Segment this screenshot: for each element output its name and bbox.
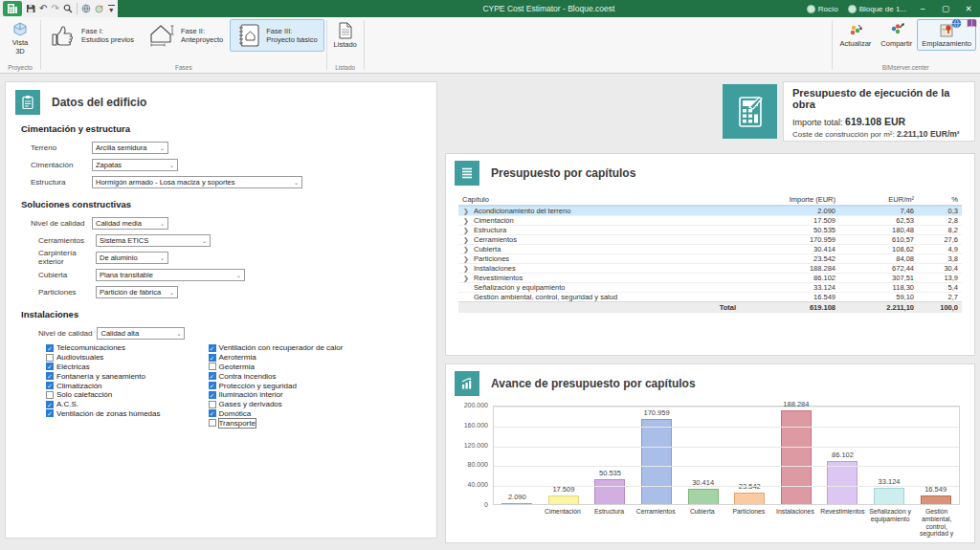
- save-icon[interactable]: [26, 4, 35, 13]
- cimentacion-select[interactable]: Zapatas⌄: [92, 159, 178, 171]
- checkbox-domotica[interactable]: ✓Domótica: [209, 409, 344, 419]
- expand-chevron-icon[interactable]: ❯: [462, 227, 470, 234]
- checkbox-a-c-s[interactable]: ✓A.C.S.: [46, 400, 161, 409]
- chevron-down-icon: ⌄: [156, 220, 165, 227]
- expand-chevron-icon[interactable]: ❯: [462, 275, 470, 282]
- checked-checkbox-icon[interactable]: ✓: [209, 391, 216, 399]
- checked-checkbox-icon[interactable]: ✓: [209, 372, 216, 380]
- close-button[interactable]: ✕: [957, 0, 980, 17]
- checked-checkbox-icon[interactable]: ✓: [46, 344, 54, 352]
- checked-checkbox-icon[interactable]: ✓: [209, 382, 216, 389]
- listado-button[interactable]: Listado: [329, 19, 362, 52]
- table-row[interactable]: ❯Cubierta30.414108,624,9: [458, 244, 962, 253]
- user-chip[interactable]: Rocío: [802, 5, 843, 13]
- unchecked-checkbox-icon[interactable]: [46, 354, 54, 362]
- fase-2-button[interactable]: Fase II:Anteproyecto: [141, 19, 230, 52]
- cerramientos-select[interactable]: Sistema ETICS⌄: [96, 234, 211, 247]
- expand-chevron-icon[interactable]: ❯: [462, 265, 470, 273]
- chevron-down-icon: ⌄: [198, 237, 207, 244]
- nivel-de-calidad-select[interactable]: Calidad media⌄: [92, 217, 168, 230]
- table-row[interactable]: ❯Cerramientos170.959610,5727,6: [458, 234, 962, 244]
- checkbox-contra-incendios[interactable]: ✓Contra incendios: [209, 371, 344, 381]
- unchecked-checkbox-icon[interactable]: [46, 391, 54, 399]
- checked-checkbox-icon[interactable]: ✓: [209, 344, 216, 352]
- transporte-label: Transporte: [219, 419, 256, 428]
- project-chip[interactable]: Bloque de 1...: [843, 5, 911, 13]
- estructura-select[interactable]: Hormigón armado - Losa maciza y soportes…: [92, 176, 302, 188]
- checked-checkbox-icon[interactable]: ✓: [209, 409, 216, 417]
- unchecked-checkbox-icon[interactable]: [209, 363, 216, 370]
- checkbox-fontaneria-y-saneamiento[interactable]: ✓Fontanería y saneamiento: [46, 371, 161, 381]
- checkbox-ventilacion-de-zonas-humedas[interactable]: ✓Ventilación de zonas húmedas: [46, 409, 161, 419]
- table-header-row: CapítuloImporte (EUR)EUR/m²%: [458, 193, 962, 206]
- checked-checkbox-icon[interactable]: ✓: [46, 363, 54, 370]
- maximize-button[interactable]: ▢: [934, 0, 957, 17]
- table-row[interactable]: ❯Particiones23.54284,083,8: [458, 253, 962, 263]
- table-row[interactable]: ❯Estructura50.535180,488,2: [458, 225, 962, 234]
- zoom-search-icon[interactable]: [63, 4, 73, 13]
- cost-per-m2-value: 2.211,10 EUR/m²: [897, 129, 960, 139]
- online-globe-icon[interactable]: [951, 18, 962, 29]
- bar-revestimientos: [827, 461, 858, 504]
- bar-chart-icon: [455, 371, 479, 396]
- unchecked-checkbox-icon[interactable]: [209, 401, 216, 408]
- terreno-select[interactable]: Arcilla semidura⌄: [92, 142, 168, 154]
- web-sync-icon[interactable]: [95, 4, 104, 13]
- fase-3-button[interactable]: Fase III:Proyecto básico: [230, 19, 323, 52]
- vista-3d-button[interactable]: Vista 3D: [2, 19, 38, 59]
- table-row[interactable]: Gestión ambiental, control, seguridad y …: [458, 292, 962, 301]
- app-icon[interactable]: [3, 1, 22, 16]
- quick-access-toolbar: ↶ ↷ ▼: [0, 0, 118, 17]
- checked-checkbox-icon[interactable]: ✓: [46, 372, 54, 380]
- checked-checkbox-icon[interactable]: ✓: [46, 382, 54, 389]
- terreno-label: Terreno: [31, 143, 92, 152]
- redo-icon[interactable]: ↷: [51, 1, 58, 16]
- table-row[interactable]: ❯Acondicionamiento del terreno2.0907,460…: [458, 206, 962, 215]
- checkbox-transporte[interactable]: Transporte: [209, 418, 344, 428]
- minimize-button[interactable]: –: [911, 0, 934, 17]
- table-row[interactable]: ❯Cimentación17.50962,532,8: [458, 215, 962, 225]
- checked-checkbox-icon[interactable]: ✓: [46, 401, 54, 408]
- checkbox-iluminacion-interior[interactable]: ✓Iluminación interior: [209, 390, 344, 400]
- carpinteria-exterior-select[interactable]: De aluminio⌄: [96, 252, 168, 264]
- total-amount-value: 619.108 EUR: [845, 116, 905, 127]
- checkbox-audiovisuales[interactable]: Audiovisuales: [46, 353, 161, 363]
- checkbox-geotermia[interactable]: Geotermia: [209, 363, 344, 372]
- chevron-down-icon: ⌄: [156, 254, 165, 261]
- help-book-icon[interactable]: [967, 18, 977, 29]
- table-row[interactable]: ❯Instalaciones188.284672,4430,4: [458, 263, 962, 273]
- checkbox-aerotermia[interactable]: ✓Aerotermia: [209, 353, 344, 363]
- y-tick-label: 200.000: [464, 402, 488, 408]
- cubierta-select[interactable]: Plana transitable⌄: [96, 269, 245, 281]
- expand-chevron-icon[interactable]: ❯: [462, 236, 470, 244]
- instalaciones-nivel-select[interactable]: Calidad alta ⌄: [97, 327, 185, 340]
- checked-checkbox-icon[interactable]: ✓: [209, 354, 216, 362]
- checkbox-proteccion-y-seguridad[interactable]: ✓Protección y seguridad: [209, 381, 344, 390]
- chapter-name: Acondicionamiento del terreno: [474, 207, 570, 215]
- checkbox-gases-y-derivados[interactable]: Gases y derivados: [209, 400, 344, 409]
- checked-checkbox-icon[interactable]: ✓: [46, 409, 54, 417]
- particiones-select[interactable]: Partición de fábrica⌄: [96, 286, 178, 298]
- cell-chapter: Señalización y equipamiento: [458, 283, 746, 292]
- checkbox-ventilacion-con-recuperador-de-calor[interactable]: ✓Ventilación con recuperador de calor: [209, 343, 344, 353]
- actualizar-button[interactable]: Actualizar: [835, 19, 876, 51]
- compartir-button[interactable]: Compartir: [876, 19, 917, 51]
- compartir-label: Compartir: [880, 39, 912, 48]
- unchecked-checkbox-icon[interactable]: [209, 419, 216, 427]
- customize-toolbar-caret-icon[interactable]: ▼: [108, 5, 115, 13]
- checkbox-solo-calefaccion[interactable]: Solo calefacción: [46, 390, 161, 400]
- table-row[interactable]: Señalización y equipamiento33.124118,305…: [458, 282, 962, 292]
- expand-chevron-icon[interactable]: ❯: [462, 255, 470, 263]
- table-row[interactable]: ❯Revestimientos86.102307,5113,9: [458, 273, 962, 282]
- expand-chevron-icon[interactable]: ❯: [462, 208, 470, 215]
- expand-chevron-icon[interactable]: ❯: [462, 217, 470, 225]
- fase-1-button[interactable]: Fase I:Estudios previos: [43, 19, 141, 52]
- chart-bar-slot: 2.090: [494, 407, 541, 504]
- web-globe-icon[interactable]: [81, 4, 91, 13]
- undo-icon[interactable]: ↶: [39, 1, 47, 16]
- checkbox-electricas[interactable]: ✓Eléctricas: [46, 363, 161, 372]
- expand-chevron-icon[interactable]: ❯: [462, 246, 470, 253]
- proteccion-y-seguridad-label: Protección y seguridad: [219, 382, 297, 390]
- checkbox-climatizacion[interactable]: ✓Climatización: [46, 381, 161, 390]
- checkbox-telecomunicaciones[interactable]: ✓Telecomunicaciones: [46, 343, 161, 353]
